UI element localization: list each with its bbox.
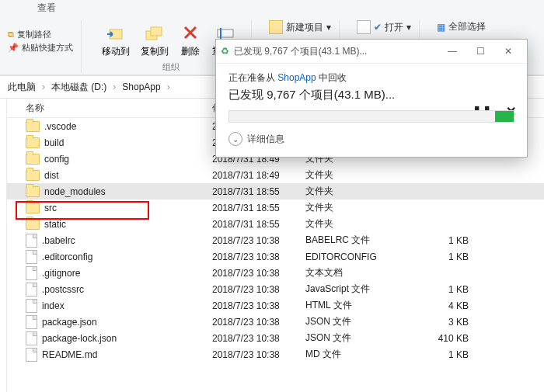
folder-icon xyxy=(26,154,40,165)
item-name: package.json xyxy=(42,317,97,328)
item-type: JSON 文件 xyxy=(305,331,414,345)
item-date: 2018/7/31 18:49 xyxy=(212,170,305,181)
item-name: .gitignore xyxy=(42,268,80,279)
list-item[interactable]: README.md2018/7/23 10:38MD 文件1 KB xyxy=(7,346,544,363)
item-name: build xyxy=(44,137,64,148)
group-label-clipboard xyxy=(39,62,41,73)
source-link[interactable]: ShopApp xyxy=(277,72,316,83)
item-type: 文件夹 xyxy=(305,217,414,231)
item-type: BABELRC 文件 xyxy=(305,234,414,247)
folder-icon xyxy=(26,219,40,230)
item-name: config xyxy=(44,154,69,165)
item-name: node_modules xyxy=(44,186,106,197)
item-name: README.md xyxy=(42,349,97,360)
list-item[interactable]: dist2018/7/31 18:49文件夹 xyxy=(7,167,544,183)
item-type: HTML 文件 xyxy=(305,299,414,312)
file-icon xyxy=(26,315,37,329)
item-date: 2018/7/23 10:38 xyxy=(212,333,305,344)
folder-icon xyxy=(26,137,40,148)
item-size: 1 KB xyxy=(414,252,469,262)
open-dropdown[interactable]: ✔打开▾ xyxy=(357,20,411,34)
item-date: 2018/7/31 18:55 xyxy=(212,186,305,197)
tab-view[interactable]: 查看 xyxy=(30,0,64,17)
new-item-dropdown[interactable]: 新建项目▾ xyxy=(269,20,331,34)
chevron-down-icon: ▾ xyxy=(406,22,411,33)
file-icon xyxy=(26,234,37,248)
maximize-button[interactable]: ☐ xyxy=(466,40,494,62)
item-date: 2018/7/23 10:38 xyxy=(212,317,305,328)
folder-icon xyxy=(26,203,40,213)
file-icon xyxy=(26,331,37,345)
file-icon xyxy=(26,283,37,297)
item-size: 4 KB xyxy=(414,300,469,311)
item-date: 2018/7/23 10:38 xyxy=(212,349,305,360)
paste-shortcut-button[interactable]: 📌粘贴快捷方式 xyxy=(8,42,73,54)
list-item[interactable]: node_modules2018/7/31 18:55文件夹 xyxy=(7,183,544,199)
item-date: 2018/7/23 10:38 xyxy=(212,252,305,262)
item-name: .babelrc xyxy=(42,235,75,246)
item-name: .editorconfig xyxy=(42,252,92,262)
list-item[interactable]: index2018/7/23 10:38HTML 文件4 KB xyxy=(7,297,544,314)
close-button[interactable]: ✕ xyxy=(494,40,522,62)
item-name: static xyxy=(44,219,66,230)
file-icon xyxy=(26,250,37,264)
dialog-source-line: 正在准备从 ShopApp 中回收 xyxy=(228,71,514,85)
dialog-title: 已发现 9,767 个项目(43.1 MB)... xyxy=(234,45,367,58)
copy-to-icon xyxy=(144,22,166,43)
file-icon xyxy=(26,299,37,313)
item-name: .vscode xyxy=(44,121,76,132)
item-date: 2018/7/31 18:55 xyxy=(212,203,305,213)
item-date: 2018/7/23 10:38 xyxy=(212,284,305,295)
item-type: JavaScript 文件 xyxy=(305,283,414,296)
breadcrumb-folder[interactable]: ShopApp xyxy=(119,82,163,92)
copy-path-button[interactable]: ⧉复制路径 xyxy=(8,29,73,40)
file-icon xyxy=(26,348,37,362)
item-type: JSON 文件 xyxy=(305,315,414,328)
item-size: 1 KB xyxy=(414,349,469,360)
item-type: EDITORCONFIG xyxy=(305,252,414,262)
item-date: 2018/7/23 10:38 xyxy=(212,235,305,246)
item-date: 2018/7/31 18:55 xyxy=(212,219,305,230)
item-date: 2018/7/23 10:38 xyxy=(212,300,305,311)
delete-icon xyxy=(180,22,201,43)
move-to-button[interactable]: 移动到 xyxy=(99,20,133,60)
item-name: index xyxy=(42,300,65,311)
progress-bar xyxy=(228,110,514,123)
dialog-count-line: 已发现 9,767 个项目(43.1 MB)... xyxy=(228,88,514,102)
delete-button[interactable]: 删除 xyxy=(176,20,204,60)
list-item[interactable]: package.json2018/7/23 10:38JSON 文件3 KB xyxy=(7,314,544,330)
delete-progress-dialog: ♻ 已发现 9,767 个项目(43.1 MB)... — ☐ ✕ 正在准备从 … xyxy=(215,39,528,158)
folder-icon xyxy=(26,170,40,181)
list-item[interactable]: .editorconfig2018/7/23 10:38EDITORCONFIG… xyxy=(7,248,544,265)
breadcrumb-drive[interactable]: 本地磁盘 (D:) xyxy=(48,81,110,94)
svg-rect-2 xyxy=(151,27,162,36)
item-date: 2018/7/23 10:38 xyxy=(212,268,305,279)
item-type: 文件夹 xyxy=(305,168,414,182)
item-type: 文件夹 xyxy=(305,185,414,198)
copy-to-button[interactable]: 复制到 xyxy=(138,20,172,60)
item-type: 文本文档 xyxy=(305,266,414,279)
item-name: src xyxy=(44,203,57,213)
breadcrumb-pc[interactable]: 此电脑 xyxy=(5,81,39,94)
item-size: 3 KB xyxy=(414,317,469,328)
item-size: 1 KB xyxy=(414,284,469,295)
list-item[interactable]: package-lock.json2018/7/23 10:38JSON 文件4… xyxy=(7,330,544,346)
list-item[interactable]: .babelrc2018/7/23 10:38BABELRC 文件1 KB xyxy=(7,232,544,248)
move-to-icon xyxy=(105,22,127,43)
file-icon xyxy=(26,266,37,280)
group-label-organize: 组织 xyxy=(162,60,180,73)
folder-icon xyxy=(26,121,40,132)
chevron-down-icon: ▾ xyxy=(326,22,331,33)
item-name: package-lock.json xyxy=(42,333,117,344)
item-type: MD 文件 xyxy=(305,348,414,361)
list-item[interactable]: src2018/7/31 18:55文件夹 xyxy=(7,199,544,216)
select-all-button[interactable]: ▦全部选择 xyxy=(437,20,486,33)
item-type: 文件夹 xyxy=(305,201,414,214)
details-toggle[interactable]: ⌄ 详细信息 xyxy=(228,132,514,146)
nav-sidebar xyxy=(0,99,7,392)
item-size: 1 KB xyxy=(414,235,469,246)
list-item[interactable]: .postcssrc2018/7/23 10:38JavaScript 文件1 … xyxy=(7,281,544,297)
list-item[interactable]: static2018/7/31 18:55文件夹 xyxy=(7,216,544,232)
list-item[interactable]: .gitignore2018/7/23 10:38文本文档 xyxy=(7,265,544,281)
minimize-button[interactable]: — xyxy=(438,40,466,62)
